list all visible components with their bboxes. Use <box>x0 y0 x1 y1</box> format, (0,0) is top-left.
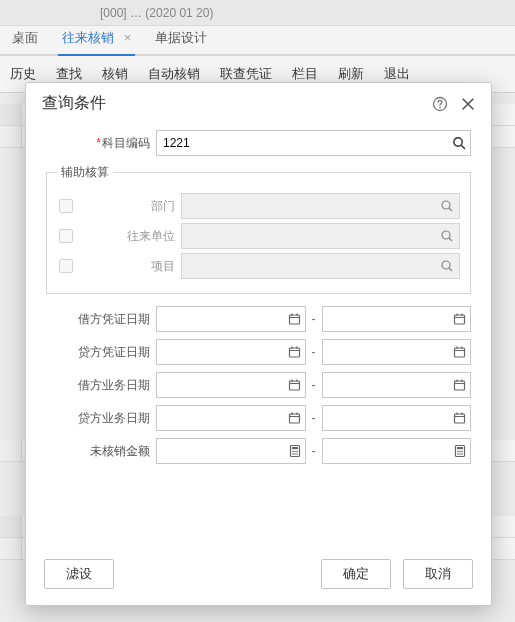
svg-point-6 <box>442 261 450 269</box>
aux-project-label: 项目 <box>73 258 181 275</box>
svg-point-1 <box>439 106 441 108</box>
svg-point-42 <box>294 451 296 453</box>
svg-point-43 <box>296 451 298 453</box>
calculator-icon[interactable] <box>289 445 301 458</box>
credit-biz-date-to[interactable] <box>322 405 472 431</box>
svg-point-54 <box>461 453 463 455</box>
lookup-icon <box>440 199 454 213</box>
svg-rect-11 <box>455 315 465 324</box>
unreconciled-amount-to[interactable] <box>322 438 472 464</box>
svg-point-53 <box>459 453 461 455</box>
ok-button[interactable]: 确定 <box>321 559 391 589</box>
calendar-icon[interactable] <box>288 313 301 326</box>
help-icon[interactable] <box>431 95 449 113</box>
debit-biz-date-from[interactable] <box>156 372 306 398</box>
svg-rect-19 <box>455 348 465 357</box>
aux-legend: 辅助核算 <box>57 164 113 181</box>
svg-point-44 <box>292 453 294 455</box>
calendar-icon[interactable] <box>453 379 466 392</box>
unreconciled-amount-label: 未核销金额 <box>46 443 156 460</box>
credit-voucher-date-from[interactable] <box>156 339 306 365</box>
debit-voucher-date-to[interactable] <box>322 306 472 332</box>
aux-project-input <box>181 253 460 279</box>
query-dialog: 查询条件 *科目编码 辅助核算 <box>25 82 492 606</box>
aux-dept-checkbox <box>59 199 73 213</box>
svg-rect-40 <box>292 447 298 449</box>
calendar-icon[interactable] <box>288 379 301 392</box>
calendar-icon[interactable] <box>453 313 466 326</box>
svg-rect-27 <box>455 381 465 390</box>
svg-point-46 <box>296 453 298 455</box>
calendar-icon[interactable] <box>453 346 466 359</box>
aux-party-checkbox <box>59 229 73 243</box>
credit-biz-date-from[interactable] <box>156 405 306 431</box>
svg-point-52 <box>457 453 459 455</box>
svg-point-5 <box>442 231 450 239</box>
calendar-icon[interactable] <box>453 412 466 425</box>
svg-point-50 <box>459 451 461 453</box>
calendar-icon[interactable] <box>288 346 301 359</box>
lookup-icon <box>440 229 454 243</box>
calendar-icon[interactable] <box>288 412 301 425</box>
svg-rect-35 <box>455 414 465 423</box>
debit-biz-date-to[interactable] <box>322 372 472 398</box>
credit-voucher-date-label: 贷方凭证日期 <box>46 344 156 361</box>
debit-biz-date-label: 借方业务日期 <box>46 377 156 394</box>
debit-voucher-date-from[interactable] <box>156 306 306 332</box>
debit-voucher-date-label: 借方凭证日期 <box>46 311 156 328</box>
lookup-icon <box>440 259 454 273</box>
aux-dept-input <box>181 193 460 219</box>
svg-rect-23 <box>289 381 299 390</box>
aux-project-checkbox <box>59 259 73 273</box>
svg-rect-31 <box>289 414 299 423</box>
cancel-button[interactable]: 取消 <box>403 559 473 589</box>
calculator-icon[interactable] <box>454 445 466 458</box>
credit-voucher-date-to[interactable] <box>322 339 472 365</box>
unreconciled-amount-from[interactable] <box>156 438 306 464</box>
svg-point-4 <box>442 201 450 209</box>
aux-party-label: 往来单位 <box>73 228 181 245</box>
dialog-title: 查询条件 <box>42 93 421 114</box>
close-icon[interactable] <box>459 95 477 113</box>
svg-point-49 <box>457 451 459 453</box>
svg-point-45 <box>294 453 296 455</box>
aux-dept-label: 部门 <box>73 198 181 215</box>
aux-party-input <box>181 223 460 249</box>
aux-accounting-group: 辅助核算 部门 往来单位 <box>46 164 471 294</box>
svg-point-51 <box>461 451 463 453</box>
svg-rect-7 <box>289 315 299 324</box>
svg-rect-15 <box>289 348 299 357</box>
svg-point-41 <box>292 451 294 453</box>
subject-code-label: *科目编码 <box>46 135 156 152</box>
subject-code-input[interactable] <box>156 130 471 156</box>
credit-biz-date-label: 贷方业务日期 <box>46 410 156 427</box>
filter-button[interactable]: 滤设 <box>44 559 114 589</box>
svg-rect-48 <box>457 447 463 449</box>
